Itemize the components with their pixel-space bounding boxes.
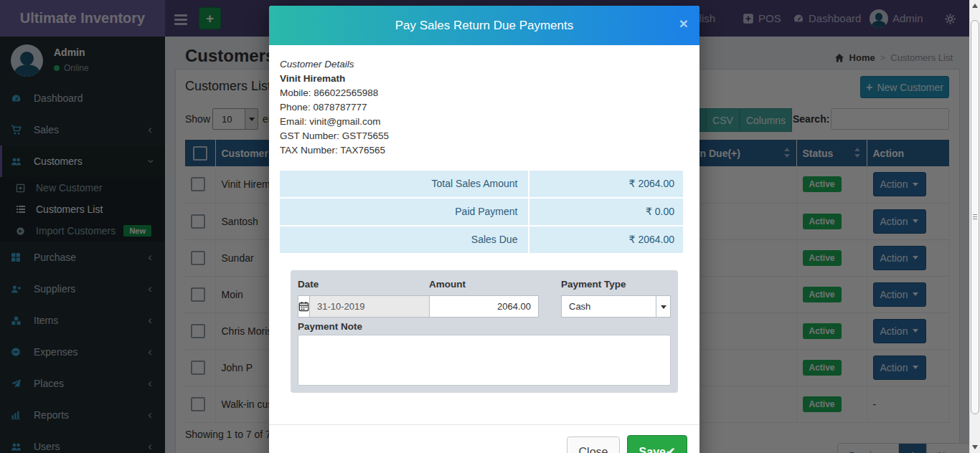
scroll-down-icon[interactable] — [972, 445, 978, 449]
customer-name: Vinit Hiremath — [280, 72, 389, 86]
customer-tax: TAX Number: TAX76565 — [280, 143, 389, 158]
pay-sales-return-modal: Pay Sales Return Due Payments × Customer… — [269, 6, 699, 453]
customer-phone: Phone: 0878787777 — [280, 100, 389, 115]
calendar-icon[interactable] — [298, 295, 309, 318]
check-icon: ✔ — [666, 446, 675, 453]
amount-row-total: Total Sales Amount ₹ 2064.00 — [280, 171, 683, 197]
payment-note-label: Payment Note — [298, 321, 362, 332]
modal-footer: Close Save✔ — [269, 424, 699, 453]
payment-form: Date Amount Payment Type Cash Payment No… — [291, 270, 678, 393]
payment-type-label: Payment Type — [561, 279, 626, 290]
caret-down-icon — [656, 296, 670, 317]
payment-type-select[interactable]: Cash — [561, 295, 671, 318]
scrollbar-grip — [973, 213, 977, 221]
modal-header: Pay Sales Return Due Payments × — [269, 6, 699, 45]
amount-row-paid: Paid Payment ₹ 0.00 — [280, 199, 683, 225]
modal-title: Pay Sales Return Due Payments — [269, 6, 699, 45]
customer-details: Customer Details Vinit Hiremath Mobile: … — [280, 57, 389, 158]
customer-details-heading: Customer Details — [280, 57, 389, 72]
customer-mobile: Mobile: 866022565988 — [280, 86, 389, 100]
amount-input[interactable] — [429, 295, 539, 318]
amount-label: Amount — [429, 279, 466, 290]
vertical-scrollbar[interactable] — [969, 0, 980, 453]
amounts-table: Total Sales Amount ₹ 2064.00 Paid Paymen… — [280, 171, 683, 254]
date-picker — [298, 295, 407, 318]
scrollbar-thumb[interactable] — [971, 20, 979, 414]
payment-note-textarea[interactable] — [298, 335, 671, 386]
scroll-up-icon[interactable] — [972, 4, 978, 8]
close-icon[interactable]: × — [679, 16, 688, 31]
customer-email: Email: vinit@gmail.com — [280, 115, 389, 129]
date-label: Date — [298, 279, 319, 290]
save-button[interactable]: Save✔ — [627, 435, 687, 453]
customer-gst: GST Number: GST75655 — [280, 129, 389, 143]
close-button[interactable]: Close — [567, 437, 620, 453]
amount-row-due: Sales Due ₹ 2064.00 — [280, 226, 683, 253]
payment-type-value: Cash — [569, 301, 590, 312]
